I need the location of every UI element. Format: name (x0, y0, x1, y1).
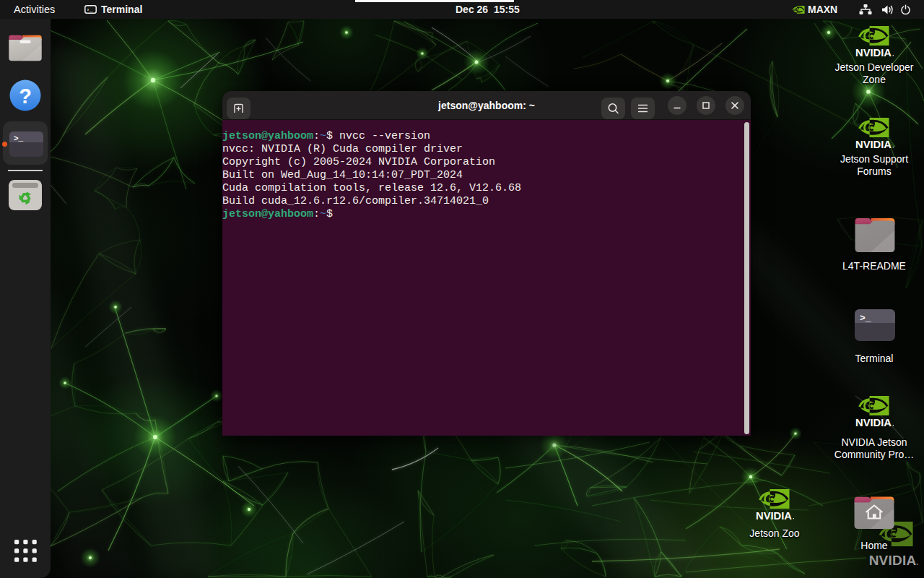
svg-text:NVIDIA: NVIDIA (855, 416, 892, 428)
svg-text:NVIDIA: NVIDIA (855, 138, 892, 150)
svg-text:?: ? (19, 85, 32, 108)
svg-text:NVIDIA: NVIDIA (855, 46, 892, 59)
svg-text:>_: >_ (14, 134, 24, 143)
svg-text:NVIDIA: NVIDIA (756, 509, 792, 522)
svg-text:›_: ›_ (87, 7, 93, 13)
svg-text:>_: >_ (860, 313, 871, 324)
